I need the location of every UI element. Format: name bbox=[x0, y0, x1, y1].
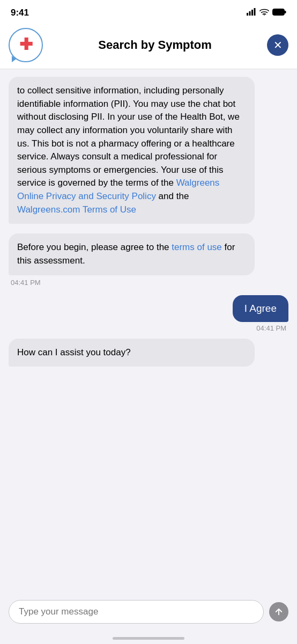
user-message-1: I Agree bbox=[233, 295, 288, 322]
user-timestamp-1: 04:41 PM bbox=[254, 324, 288, 332]
app-logo: ✚ bbox=[9, 28, 43, 62]
bot-message-2-prefix: Before you begin, please agree to the bbox=[17, 242, 172, 252]
message-input[interactable] bbox=[9, 600, 264, 624]
cross-icon: ✚ bbox=[19, 36, 33, 53]
svg-rect-2 bbox=[251, 10, 253, 16]
header-title: Search by Symptom bbox=[49, 38, 261, 52]
input-bar bbox=[0, 595, 297, 629]
bot-message-1-text-pre: to collect sensitive information, includ… bbox=[17, 85, 240, 188]
svg-rect-5 bbox=[273, 9, 285, 16]
send-button[interactable] bbox=[269, 602, 288, 621]
battery-icon bbox=[272, 8, 286, 18]
bot-message-3: How can I assist you today? bbox=[9, 339, 255, 367]
close-icon: ✕ bbox=[273, 40, 283, 50]
chat-tail bbox=[12, 56, 16, 62]
status-icons bbox=[247, 8, 286, 18]
app-header: ✚ Search by Symptom ✕ bbox=[0, 24, 297, 69]
status-time: 9:41 bbox=[11, 8, 29, 18]
home-indicator bbox=[113, 637, 184, 640]
wifi-icon bbox=[259, 8, 269, 18]
bot-message-2: Before you begin, please agree to the te… bbox=[9, 233, 255, 275]
svg-rect-3 bbox=[254, 8, 256, 16]
user-message-wrap: I Agree 04:41 PM bbox=[9, 295, 288, 332]
send-icon bbox=[274, 607, 284, 617]
svg-rect-6 bbox=[285, 11, 286, 13]
bot-message-1: to collect sensitive information, includ… bbox=[9, 77, 255, 224]
close-button[interactable]: ✕ bbox=[267, 34, 288, 56]
svg-rect-0 bbox=[247, 13, 248, 16]
terms-of-use-link-2[interactable]: terms of use bbox=[172, 242, 222, 252]
chat-area: to collect sensitive information, includ… bbox=[0, 69, 297, 605]
svg-point-4 bbox=[264, 14, 265, 16]
bot-message-1-text-mid: and the bbox=[156, 191, 189, 201]
status-bar: 9:41 bbox=[0, 0, 297, 24]
bot-timestamp-1: 04:41 PM bbox=[9, 279, 288, 287]
signal-icon bbox=[247, 8, 256, 18]
terms-of-use-link-1[interactable]: Walgreens.com Terms of Use bbox=[17, 204, 136, 215]
svg-rect-1 bbox=[249, 11, 251, 16]
